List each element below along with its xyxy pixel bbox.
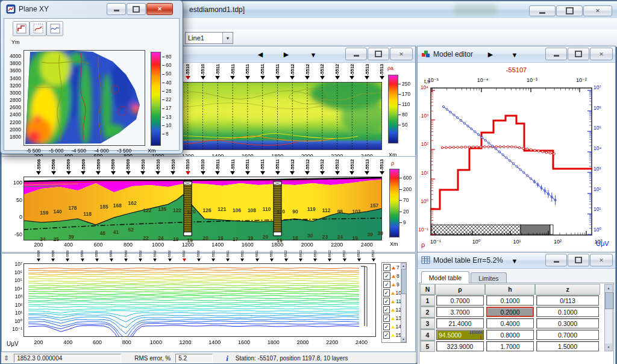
cell-z[interactable]: 0.7000 (536, 330, 599, 340)
maximize-button[interactable] (568, 254, 589, 266)
cell-h[interactable]: 1.7000 (486, 341, 534, 351)
station-marker[interactable]: -5509 (80, 254, 86, 263)
station-marker[interactable]: -5510 (200, 64, 206, 82)
maximize-button[interactable] (127, 3, 146, 15)
close-button[interactable]: ✕ (583, 5, 612, 16)
station-marker[interactable]: -5510 (152, 254, 158, 263)
legend-curve-item[interactable]: ✓ 13 (383, 314, 401, 322)
checkbox-icon[interactable]: ✓ (383, 264, 390, 271)
station-marker[interactable]: -5511 (225, 254, 231, 263)
cell-z[interactable]: 1.5000 (536, 341, 599, 351)
station-marker[interactable]: -5512 (319, 158, 325, 177)
plane-xy-title-bar[interactable]: Plane XY ✕ (1, 1, 183, 18)
legend-curve-item[interactable]: ✓ 7 (383, 263, 401, 272)
station-marker[interactable]: -5509 (108, 254, 114, 263)
col-header-h[interactable]: h (485, 284, 535, 295)
station-marker[interactable]: -5512 (289, 64, 295, 82)
cell-h[interactable]: 0.8000 (486, 330, 534, 340)
legend-curve-item[interactable]: ✓ 14 (383, 322, 401, 331)
station-marker[interactable]: -5510 (185, 64, 191, 82)
cell-rho[interactable]: 0.7000 (436, 295, 484, 306)
station-marker[interactable]: -5509 (64, 254, 70, 263)
legend-curve-item[interactable]: ✓ 12 (383, 306, 401, 314)
col-header-n[interactable]: N (420, 284, 435, 295)
station-marker[interactable]: -5512 (312, 254, 318, 263)
cell-z[interactable]: 0.3000 (536, 318, 599, 328)
cell-rho[interactable]: 323.9000 (436, 341, 484, 351)
station-marker[interactable]: -5509 (110, 158, 116, 177)
tool-profile-map-button[interactable] (13, 21, 30, 36)
checkbox-icon[interactable]: ✓ (383, 323, 390, 330)
station-marker[interactable]: -5513 (371, 254, 377, 263)
station-marker[interactable]: -5511 (260, 64, 266, 82)
cell-h[interactable]: 0.4000 (486, 318, 534, 328)
station-marker[interactable]: -5511 (260, 158, 266, 177)
checkbox-icon[interactable]: ✓ (383, 272, 390, 280)
station-marker[interactable]: -5511 (230, 64, 236, 82)
legend-curve-item[interactable]: ✓ 11 (383, 297, 401, 306)
maximize-button[interactable] (568, 48, 589, 60)
next-station-button[interactable]: ▶ (278, 49, 294, 60)
model-editor-plot[interactable] (430, 87, 592, 236)
station-marker[interactable]: -5512 (342, 254, 348, 263)
station-marker[interactable]: -5512 (304, 64, 310, 82)
station-marker[interactable]: -5512 (283, 254, 289, 263)
table-scrollbar[interactable]: ▲ ▼ (604, 284, 613, 351)
station-marker[interactable]: -5512 (349, 158, 355, 177)
legend-scrollbar[interactable]: ▲ ▼ (401, 263, 406, 342)
maximize-button[interactable] (556, 5, 583, 16)
station-marker[interactable]: -5510 (181, 254, 187, 263)
tab-limites[interactable]: Limites (471, 272, 507, 283)
minimize-button[interactable] (545, 48, 567, 60)
station-marker[interactable]: -5509 (125, 158, 131, 177)
station-marker[interactable]: -5508 (50, 254, 56, 263)
legend-curve-item[interactable]: ✓ 9 (383, 280, 401, 289)
station-marker[interactable]: -5511 (245, 158, 251, 177)
station-marker[interactable]: -5509 (66, 158, 72, 177)
station-marker[interactable]: -5512 (304, 158, 310, 177)
close-button[interactable]: ✕ (390, 48, 413, 60)
checkbox-icon[interactable]: ✓ (383, 331, 390, 339)
col-header-z[interactable]: z (535, 284, 600, 295)
station-marker[interactable]: -5512 (319, 64, 325, 82)
minimize-button[interactable] (529, 5, 556, 16)
station-marker[interactable]: -5513 (379, 158, 385, 177)
cell-rho[interactable]: 3.7000 (436, 307, 484, 317)
play-button[interactable]: ▶ (483, 49, 498, 60)
tool-area-curve-button[interactable] (30, 21, 46, 36)
checkbox-icon[interactable]: ✓ (383, 306, 390, 313)
plane-xy-map[interactable] (23, 50, 145, 146)
station-marker[interactable]: -5511 (269, 254, 275, 263)
station-marker[interactable]: -5511 (215, 64, 221, 82)
station-marker[interactable]: -5509 (80, 158, 86, 177)
station-marker[interactable]: -5512 (334, 158, 340, 177)
checkbox-icon[interactable]: ✓ (383, 315, 390, 322)
station-marker[interactable]: -5512 (334, 64, 340, 82)
station-marker[interactable]: -5509 (123, 254, 129, 263)
prev-station-button[interactable]: ◀ (252, 49, 268, 60)
legend-curve-item[interactable]: ✓ 10 (383, 289, 401, 297)
station-marker[interactable]: -5513 (364, 64, 370, 82)
station-marker[interactable]: -5512 (298, 254, 304, 263)
station-marker[interactable]: -5511 (215, 158, 221, 177)
station-marker[interactable]: -5511 (210, 254, 216, 263)
tab-model-table[interactable]: Model table (421, 271, 469, 283)
station-marker[interactable]: -5510 (196, 254, 202, 263)
chevron-down-icon[interactable]: ▼ (222, 33, 233, 43)
station-marker[interactable]: -5512 (289, 158, 295, 177)
station-marker[interactable]: -5511 (275, 64, 281, 82)
station-marker[interactable]: -5511 (254, 254, 260, 263)
station-marker[interactable]: -5512 (327, 254, 333, 263)
station-marker[interactable]: -5511 (245, 64, 251, 82)
station-marker[interactable]: -5510 (185, 158, 191, 177)
station-marker[interactable]: -5513 (364, 158, 370, 177)
tool-wave-button[interactable] (46, 21, 63, 36)
checkbox-icon[interactable]: ✓ (383, 289, 390, 297)
station-marker[interactable]: -5510 (140, 158, 146, 177)
line-selector-combo[interactable]: Line1 ▼ (185, 32, 233, 44)
maximize-button[interactable] (368, 48, 389, 60)
checkbox-icon[interactable]: ✓ (383, 298, 390, 305)
cell-h[interactable]: 0.1000 (486, 295, 534, 306)
station-marker[interactable]: -5508 (36, 254, 42, 263)
minimize-button[interactable] (107, 3, 126, 15)
